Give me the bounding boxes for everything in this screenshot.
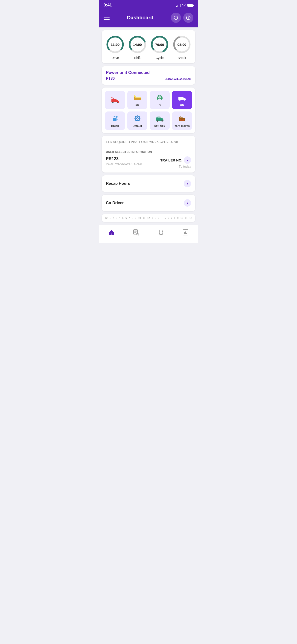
svg-rect-25 <box>113 118 116 121</box>
break-coffee-icon <box>112 115 118 123</box>
ruler-tick-18: 6 <box>168 217 169 219</box>
mode-on-button[interactable]: ON <box>172 91 192 109</box>
trailer-chevron-button[interactable]: › <box>184 156 191 164</box>
default-gear-icon <box>134 115 141 123</box>
recap-chevron-button[interactable]: › <box>184 180 191 187</box>
nav-logs-button[interactable] <box>129 228 143 238</box>
break-value: 08:00 <box>178 42 186 46</box>
default-label: Default <box>132 124 142 128</box>
yardmoves-factory-icon <box>178 115 186 123</box>
cycle-value: 70:00 <box>155 42 164 46</box>
timeline-card: 12 1 2 3 4 5 6 7 8 9 10 11 12 1 2 3 4 5 … <box>102 214 195 222</box>
mode-yardmoves-button[interactable]: Yard Moves <box>172 112 192 130</box>
svg-rect-50 <box>186 233 187 234</box>
svg-line-45 <box>138 235 139 236</box>
mode-selfuse-button[interactable]: Self Self Use <box>150 112 170 130</box>
svg-point-17 <box>134 95 136 97</box>
power-title: Power unit Connected <box>106 70 191 75</box>
header: Dashboard <box>99 10 198 28</box>
mode-d-button[interactable]: D <box>150 91 170 109</box>
recap-card[interactable]: Recap Hours › <box>102 175 195 192</box>
break-label: Break <box>111 124 119 128</box>
refresh-button[interactable] <box>171 13 181 23</box>
ruler-tick-6: 6 <box>126 217 127 219</box>
trailer-value: TL today <box>179 165 191 168</box>
header-actions <box>171 13 194 23</box>
svg-rect-15 <box>134 97 135 100</box>
mode-sb-button[interactable]: SB <box>127 91 147 109</box>
power-pt: PT30 <box>106 76 115 80</box>
certify-badge-icon <box>158 229 164 237</box>
gauges-card: 11:00 Drive 14:00 Shift 70:00 <box>102 30 195 63</box>
ruler-tick-7: 7 <box>129 217 130 219</box>
ruler-tick-16: 4 <box>162 217 163 219</box>
user-info-title: USER SELECTED INFORMATION <box>106 150 191 154</box>
shift-circle: 14:00 <box>128 35 147 54</box>
status-time: 9:41 <box>104 3 112 8</box>
svg-rect-16 <box>136 98 141 98</box>
power-unit-card: Power unit Connected PT30 240AC41A49DE <box>102 66 195 85</box>
truck-red-icon <box>111 97 119 104</box>
user-id: PR123 <box>106 156 142 161</box>
codriver-card[interactable]: Co-Driver › <box>102 195 195 211</box>
drive-gauge: 11:00 Drive <box>106 35 125 60</box>
menu-button[interactable] <box>104 16 110 20</box>
d-headset-icon <box>156 94 163 102</box>
battery-icon <box>188 4 194 7</box>
ruler-tick-11: 11 <box>143 217 145 219</box>
status-bar: 9:41 <box>99 0 198 10</box>
ruler-tick-1: 1 <box>109 217 111 219</box>
mode-off-button[interactable] <box>105 91 125 109</box>
header-title: Dashboard <box>127 15 154 21</box>
ruler-tick-10: 10 <box>138 217 141 219</box>
selfuse-label: Self Use <box>154 124 165 127</box>
ruler-tick-8: 8 <box>132 217 133 219</box>
svg-point-24 <box>184 100 185 101</box>
codriver-chevron-button[interactable]: › <box>184 199 191 206</box>
trailer-label: TRAILER NO. <box>160 158 182 162</box>
home-icon <box>108 229 115 237</box>
trailer-row: TRAILER NO. › <box>160 156 191 164</box>
svg-text:Self: Self <box>158 117 161 118</box>
nav-report-button[interactable] <box>179 228 192 238</box>
svg-rect-48 <box>184 232 185 234</box>
d-label: D <box>159 104 161 107</box>
svg-rect-49 <box>185 232 186 234</box>
nav-certify-button[interactable] <box>154 228 168 238</box>
svg-rect-38 <box>179 116 179 118</box>
ruler-tick-12: 12 <box>147 217 150 219</box>
selfuse-truck-icon: Self <box>156 115 164 123</box>
eld-vin-row: ELD ACQUIRED VIN: -POXH7VNV5SWTSLUZN8 <box>106 140 191 147</box>
svg-rect-36 <box>183 119 184 122</box>
ruler-tick-24: 12 <box>190 217 192 219</box>
shift-gauge: 14:00 Shift <box>128 35 147 60</box>
nav-home-button[interactable] <box>104 228 118 238</box>
mode-break-button[interactable]: Break <box>105 112 125 130</box>
signal-icon <box>176 4 180 7</box>
help-button[interactable] <box>183 13 194 23</box>
ruler-tick-2: 2 <box>112 217 114 219</box>
main-content: 11:00 Drive 14:00 Shift 70:00 <box>99 30 198 222</box>
ruler-tick-13: 1 <box>152 217 153 219</box>
ruler-tick-3: 3 <box>116 217 117 219</box>
recap-title: Recap Hours <box>106 181 130 186</box>
wifi-icon <box>182 3 186 7</box>
svg-point-27 <box>136 118 138 119</box>
cycle-circle: 70:00 <box>150 35 169 54</box>
drive-circle: 11:00 <box>106 35 125 54</box>
timeline-ruler: 12 1 2 3 4 5 6 7 8 9 10 11 12 1 2 3 4 5 … <box>105 217 192 219</box>
ruler-tick-20: 8 <box>174 217 176 219</box>
break-circle: 08:00 <box>172 35 192 54</box>
ruler-tick-0: 12 <box>105 217 108 219</box>
svg-point-28 <box>135 116 140 121</box>
sb-bed-icon <box>134 95 141 102</box>
ruler-tick-15: 3 <box>158 217 160 219</box>
yardmoves-label: Yard Moves <box>174 124 190 128</box>
on-label: ON <box>180 104 184 107</box>
truck-orange-icon <box>178 94 186 102</box>
break-gauge: 08:00 Break <box>172 35 192 60</box>
drive-value: 11:00 <box>111 42 120 46</box>
ruler-tick-22: 10 <box>180 217 183 219</box>
mode-default-button[interactable]: Default <box>127 112 147 130</box>
ruler-tick-14: 2 <box>155 217 156 219</box>
